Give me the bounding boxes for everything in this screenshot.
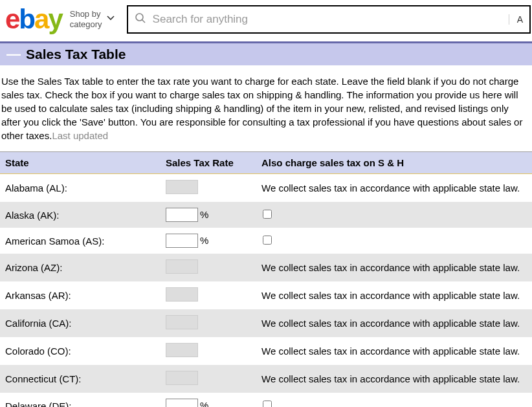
search-input[interactable] [153,13,498,26]
sh-cell: We collect sales tax in accordance with … [258,365,532,393]
sh-checkbox[interactable] [263,210,272,219]
state-cell: Arkansas (AR): [0,281,162,309]
tax-rate-input[interactable] [166,399,198,407]
state-cell: Delaware (DE): [0,393,162,407]
logo-letter-b: b [19,6,34,33]
table-header-row: State Sales Tax Rate Also charge sales t… [0,152,532,174]
column-header-sh: Also charge sales tax on S & H [258,152,532,174]
header: e b a y Shop by category A [0,0,532,40]
sh-checkbox[interactable] [263,401,272,408]
table-row: Alabama (AL):We collect sales tax in acc… [0,174,532,203]
state-cell: American Samoa (AS): [0,228,162,254]
svg-line-1 [142,19,145,23]
state-cell: Arizona (AZ): [0,254,162,281]
title-bar: — Sales Tax Table [0,41,532,65]
rate-cell [162,254,258,281]
sh-cell [258,228,532,254]
description: Use the Sales Tax table to enter the tax… [0,65,532,151]
tax-rate-disabled [166,180,198,194]
tax-rate-disabled [166,343,198,357]
tax-rate-input[interactable] [166,208,198,222]
sh-cell [258,202,532,228]
column-header-state: State [0,152,162,174]
state-cell: Connecticut (CT): [0,365,162,393]
table-row: California (CA):We collect sales tax in … [0,309,532,337]
rate-cell [162,365,258,393]
sh-cell: We collect sales tax in accordance with … [258,309,532,337]
tax-rate-disabled [166,371,198,385]
rate-cell [162,309,258,337]
table-row: Alaska (AK):% [0,202,532,228]
logo-letter-y: y [48,6,61,33]
tax-rate-disabled [166,259,198,274]
rate-cell: % [162,228,258,254]
sh-cell [258,393,532,407]
table-row: Arizona (AZ):We collect sales tax in acc… [0,254,532,281]
sh-cell: We collect sales tax in accordance with … [258,337,532,365]
table-row: Arkansas (AR):We collect sales tax in ac… [0,281,532,309]
search-bar: A [127,5,531,34]
percent-label: % [200,235,208,246]
state-cell: Colorado (CO): [0,337,162,365]
column-header-rate: Sales Tax Rate [162,152,258,174]
sh-cell: We collect sales tax in accordance with … [258,281,532,309]
logo-letter-e: e [5,6,19,33]
svg-point-0 [136,14,143,21]
table-row: Connecticut (CT):We collect sales tax in… [0,365,532,393]
shop-by-category-label: Shop by category [70,9,102,29]
tax-rate-disabled [166,315,198,329]
sales-tax-table: State Sales Tax Rate Also charge sales t… [0,151,532,407]
rate-cell [162,281,258,309]
state-cell: California (CA): [0,309,162,337]
state-cell: Alabama (AL): [0,174,162,203]
tax-rate-input[interactable] [166,234,198,248]
sh-cell: We collect sales tax in accordance with … [258,174,532,203]
state-cell: Alaska (AK): [0,202,162,228]
page-title: Sales Tax Table [26,47,126,62]
percent-label: % [200,400,208,407]
table-row: Delaware (DE):% [0,393,532,407]
search-icon [135,12,146,27]
sh-cell: We collect sales tax in accordance with … [258,254,532,281]
rate-cell [162,174,258,203]
search-category-select[interactable]: A [509,14,523,25]
ebay-logo[interactable]: e b a y [5,6,62,33]
tax-rate-disabled [166,287,198,302]
percent-label: % [200,209,208,220]
table-row: American Samoa (AS):% [0,228,532,254]
title-collapse-icon: — [6,46,21,63]
rate-cell: % [162,393,258,407]
shop-by-category[interactable]: Shop by category [70,9,115,29]
rate-cell: % [162,202,258,228]
logo-letter-a: a [34,6,48,33]
chevron-down-icon [106,14,115,25]
rate-cell [162,337,258,365]
sh-checkbox[interactable] [263,236,272,245]
last-updated-label: Last updated [52,130,108,141]
table-row: Colorado (CO):We collect sales tax in ac… [0,337,532,365]
